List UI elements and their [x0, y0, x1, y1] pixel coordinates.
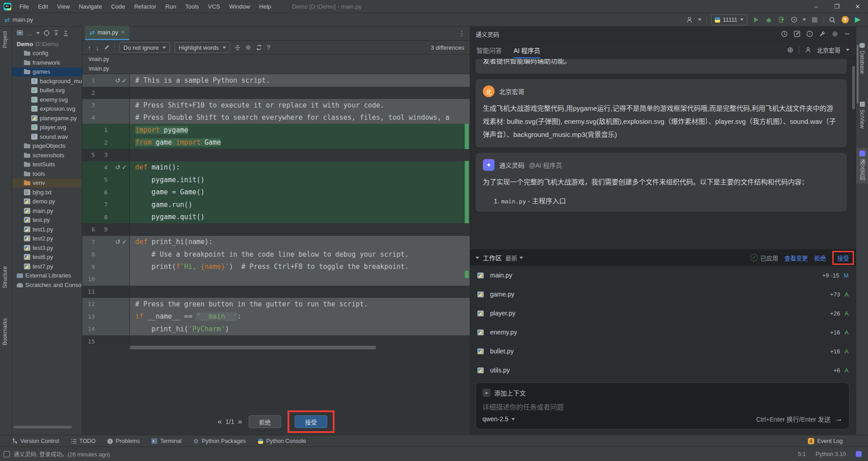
tree-root[interactable]: DemoD:\Demo: [12, 39, 82, 49]
code-line[interactable]: # Press Shift+F10 to execute it or repla…: [130, 99, 470, 112]
chat-input-box[interactable]: + 添加上下文 详细描述你的任务或者问题 qwen-2.5 Ctrl+Enter…: [476, 382, 849, 429]
code-line[interactable]: import pygame: [130, 124, 470, 136]
run-with-coverage-button[interactable]: [777, 16, 785, 24]
tree-item-player.svg[interactable]: player.svg: [12, 123, 82, 132]
chat-scrollbar[interactable]: [852, 66, 855, 109]
diff-help-icon[interactable]: ?: [267, 44, 270, 51]
tab-close-icon[interactable]: ✕: [121, 29, 125, 35]
tree-item-test6.py[interactable]: test6.py: [12, 253, 82, 262]
lingma-status-icon[interactable]: [856, 451, 862, 457]
swap-sides-icon[interactable]: [256, 44, 262, 51]
next-difference-icon[interactable]: ↓: [96, 44, 99, 52]
account-name[interactable]: 北京宏哥: [817, 46, 840, 54]
menu-tools[interactable]: Tools: [182, 2, 203, 11]
menu-vcs[interactable]: VCS: [204, 2, 224, 11]
tree-item-bullet.svg[interactable]: bullet.svg: [12, 86, 82, 95]
tree-item-pageObjects[interactable]: pageObjects: [12, 141, 82, 151]
tree-item-testSuits[interactable]: testSuits: [12, 160, 82, 169]
code-line[interactable]: game = Game(): [130, 186, 470, 199]
tool-window-bookmarks[interactable]: Bookmarks: [2, 318, 8, 345]
reject-button[interactable]: 拒绝: [249, 415, 281, 428]
model-select[interactable]: qwen-2.5: [482, 415, 509, 423]
collapse-all-icon[interactable]: [63, 30, 69, 36]
workspace-accept-link[interactable]: 接受: [837, 255, 849, 262]
editor-hscrollbar[interactable]: [130, 346, 376, 349]
project-hscrollbar[interactable]: [13, 426, 72, 428]
menu-window[interactable]: Window: [226, 2, 254, 11]
tab-main-py[interactable]: ⇄ main.py ✕: [85, 26, 129, 40]
run-config-select[interactable]: 11111: [711, 14, 747, 25]
tree-item-games[interactable]: games: [12, 67, 82, 77]
breadcrumb[interactable]: ⇄ main.py: [5, 16, 33, 24]
revert-icon[interactable]: ↺: [115, 238, 121, 245]
tool-window-project[interactable]: Project: [2, 31, 8, 48]
tool-window-sciview[interactable]: SciView: [856, 99, 868, 131]
history-icon[interactable]: [781, 30, 788, 38]
menu-navigate[interactable]: Navigate: [75, 2, 105, 11]
tree-item-main.py[interactable]: main.py: [12, 206, 82, 216]
code-line[interactable]: # Press Double Shift to search everywher…: [130, 112, 470, 124]
code-line[interactable]: # Press the green button in the gutter t…: [130, 298, 470, 310]
tool-window-todo[interactable]: TODO: [71, 438, 95, 444]
tree-item-test.py[interactable]: test.py: [12, 216, 82, 225]
new-chat-icon[interactable]: ⊕: [787, 45, 793, 55]
next-change-button[interactable]: »: [238, 417, 242, 426]
view-changes-link[interactable]: 查看变更: [784, 254, 808, 262]
add-context-button[interactable]: + 添加上下文: [482, 388, 843, 397]
workspace-file-enemy.py[interactable]: enemy.py+16A: [470, 323, 856, 342]
apply-check-icon[interactable]: ✓: [122, 77, 127, 84]
tool-window-structure[interactable]: Structure: [2, 266, 8, 288]
gear-icon[interactable]: [831, 30, 839, 38]
tree-item-bjhg.txt[interactable]: bjhg.txt: [12, 188, 82, 197]
help-icon[interactable]: ?: [806, 30, 813, 38]
user-dropdown-caret[interactable]: [698, 19, 702, 21]
maximize-button[interactable]: ❐: [826, 0, 847, 13]
code-line[interactable]: pygame.init(): [130, 174, 470, 186]
tab-ai-programmer[interactable]: AI 程序员: [514, 42, 540, 58]
code-line[interactable]: [130, 223, 470, 236]
tab-smart-qa[interactable]: 智能问答: [476, 42, 502, 58]
profiler-button[interactable]: [790, 16, 798, 24]
tree-item-test2.py[interactable]: test2.py: [12, 234, 82, 244]
workspace-file-game.py[interactable]: game.py+73A: [470, 285, 856, 304]
menu-edit[interactable]: Edit: [34, 2, 52, 11]
menu-code[interactable]: Code: [108, 2, 129, 11]
tree-item-explosion.svg[interactable]: explosion.svg: [12, 104, 82, 114]
locate-file-icon[interactable]: [43, 30, 50, 36]
code-line[interactable]: from game import Game: [130, 136, 470, 149]
send-icon[interactable]: →: [835, 414, 843, 423]
menu-refactor[interactable]: Refactor: [131, 2, 160, 11]
tree-item-framework[interactable]: framework: [12, 58, 82, 67]
settings-wrench-icon[interactable]: [819, 30, 826, 38]
tool-window-python-console[interactable]: Python Console: [258, 438, 306, 444]
tree-item-config[interactable]: config: [12, 49, 82, 58]
tree-item-demo.py[interactable]: demo.py: [12, 197, 82, 207]
new-session-icon[interactable]: [793, 30, 801, 38]
ignore-policy-select[interactable]: Do not ignore: [119, 42, 170, 53]
interpreter-label[interactable]: Python 3.10: [816, 451, 846, 457]
tree-item-Scratches and Consoles[interactable]: Scratches and Consoles: [12, 280, 82, 290]
code-line[interactable]: print_hi('PyCharm'): [130, 323, 470, 335]
tree-item-tools[interactable]: tools: [12, 169, 82, 179]
status-panel-icon[interactable]: [4, 451, 10, 457]
user-account-icon[interactable]: [685, 16, 693, 24]
tree-item-test1.py[interactable]: test1.py: [12, 225, 82, 234]
minimize-button[interactable]: –: [806, 0, 826, 13]
workspace-filter[interactable]: 最新: [505, 254, 523, 262]
prev-change-button[interactable]: «: [217, 417, 222, 426]
project-options-dots[interactable]: …: [27, 30, 33, 37]
revert-icon[interactable]: ↺: [115, 77, 121, 84]
code-line[interactable]: def main():: [130, 161, 470, 174]
tool-window-terminal[interactable]: Terminal: [151, 438, 181, 444]
prev-difference-icon[interactable]: ↑: [88, 44, 91, 52]
workspace-reject-link[interactable]: 拒绝: [814, 254, 826, 262]
tool-window-problems[interactable]: Problems: [107, 438, 140, 444]
tree-item-venv[interactable]: venv: [12, 179, 82, 188]
search-everywhere-icon[interactable]: [828, 16, 836, 24]
tree-item-planegame.py[interactable]: planegame.py: [12, 113, 82, 123]
highlight-policy-select[interactable]: Highlight words: [175, 42, 230, 53]
tree-item-test3.py[interactable]: test3.py: [12, 243, 82, 253]
tool-window-database[interactable]: Database: [856, 40, 868, 76]
project-view-icon[interactable]: [17, 30, 23, 36]
tree-item-External Libraries[interactable]: External Libraries: [12, 271, 82, 281]
